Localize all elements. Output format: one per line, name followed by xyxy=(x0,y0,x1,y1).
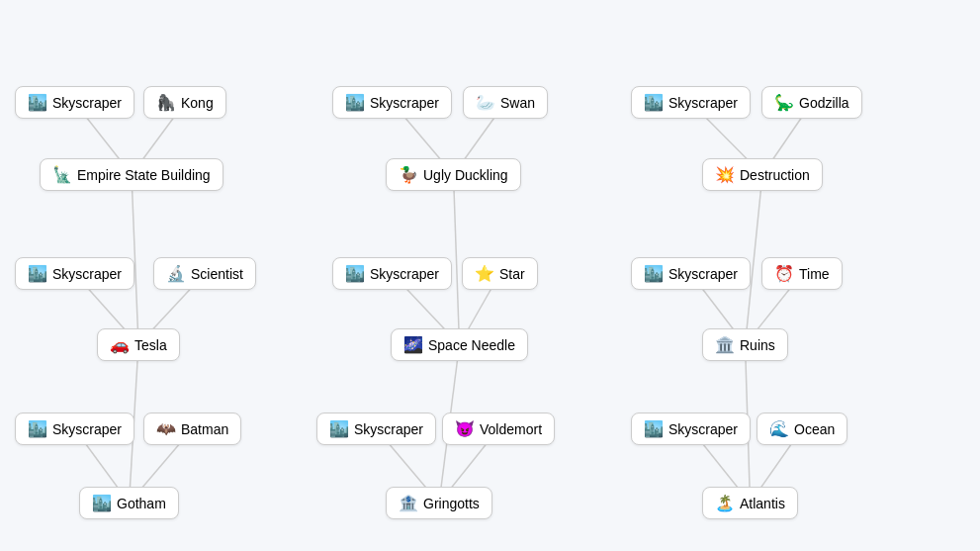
node-n11[interactable]: 🦢Swan xyxy=(463,86,548,119)
node-n10[interactable]: 🏙️Skyscraper xyxy=(332,86,452,119)
node-emoji-n15: 🌌 xyxy=(403,335,423,354)
node-emoji-n13: 🏙️ xyxy=(345,264,365,283)
node-emoji-n26: 🌊 xyxy=(769,419,789,438)
node-n14[interactable]: ⭐Star xyxy=(462,257,538,290)
node-n27[interactable]: 🏝️Atlantis xyxy=(702,487,798,519)
node-n16[interactable]: 🏙️Skyscraper xyxy=(316,413,436,445)
header xyxy=(0,0,980,12)
node-n8[interactable]: 🦇Batman xyxy=(143,413,241,445)
node-n3[interactable]: 🗽Empire State Building xyxy=(40,158,223,191)
node-n17[interactable]: 😈Voldemort xyxy=(442,413,555,445)
node-emoji-n9: 🏙️ xyxy=(92,494,112,512)
node-emoji-n10: 🏙️ xyxy=(345,93,365,112)
node-label-n15: Space Needle xyxy=(428,337,515,353)
node-label-n13: Skyscraper xyxy=(370,266,439,282)
node-label-n19: Skyscraper xyxy=(668,95,738,111)
node-label-n9: Gotham xyxy=(117,496,166,511)
node-emoji-n16: 🏙️ xyxy=(329,419,349,438)
node-label-n5: Scientist xyxy=(191,266,243,282)
node-emoji-n2: 🦍 xyxy=(156,93,176,112)
node-label-n14: Star xyxy=(499,266,525,282)
node-emoji-n6: 🚗 xyxy=(110,335,130,354)
node-emoji-n20: 🦕 xyxy=(774,93,794,112)
node-n24[interactable]: 🏛️Ruins xyxy=(702,328,788,361)
node-n18[interactable]: 🏦Gringotts xyxy=(386,487,492,519)
node-label-n25: Skyscraper xyxy=(668,421,738,437)
node-n9[interactable]: 🏙️Gotham xyxy=(79,487,179,519)
node-n5[interactable]: 🔬Scientist xyxy=(153,257,256,290)
node-label-n7: Skyscraper xyxy=(52,421,122,437)
node-n2[interactable]: 🦍Kong xyxy=(143,86,226,119)
node-label-n11: Swan xyxy=(500,95,535,111)
node-label-n18: Gringotts xyxy=(423,496,480,511)
node-emoji-n19: 🏙️ xyxy=(644,93,664,112)
node-label-n2: Kong xyxy=(181,95,214,111)
node-label-n12: Ugly Duckling xyxy=(423,167,508,183)
node-emoji-n24: 🏛️ xyxy=(715,335,735,354)
node-n4[interactable]: 🏙️Skyscraper xyxy=(15,257,134,290)
node-label-n4: Skyscraper xyxy=(52,266,122,282)
node-emoji-n27: 🏝️ xyxy=(715,494,735,512)
node-n12[interactable]: 🦆Ugly Duckling xyxy=(386,158,521,191)
node-label-n20: Godzilla xyxy=(799,95,849,111)
node-emoji-n22: 🏙️ xyxy=(644,264,664,283)
node-n26[interactable]: 🌊Ocean xyxy=(757,413,847,445)
node-n15[interactable]: 🌌Space Needle xyxy=(391,328,528,361)
node-emoji-n14: ⭐ xyxy=(475,264,494,283)
node-emoji-n7: 🏙️ xyxy=(28,419,47,438)
node-emoji-n3: 🗽 xyxy=(52,165,72,184)
node-label-n23: Time xyxy=(799,266,830,282)
node-n7[interactable]: 🏙️Skyscraper xyxy=(15,413,134,445)
node-n1[interactable]: 🏙️Skyscraper xyxy=(15,86,134,119)
node-emoji-n23: ⏰ xyxy=(774,264,794,283)
node-emoji-n1: 🏙️ xyxy=(28,93,47,112)
node-label-n16: Skyscraper xyxy=(354,421,423,437)
node-n25[interactable]: 🏙️Skyscraper xyxy=(631,413,751,445)
connection-n12-n15 xyxy=(454,175,460,345)
node-label-n22: Skyscraper xyxy=(668,266,738,282)
node-n6[interactable]: 🚗Tesla xyxy=(97,328,180,361)
node-n23[interactable]: ⏰Time xyxy=(761,257,843,290)
node-emoji-n12: 🦆 xyxy=(399,165,418,184)
node-emoji-n5: 🔬 xyxy=(166,264,186,283)
node-label-n1: Skyscraper xyxy=(52,95,122,111)
node-label-n6: Tesla xyxy=(134,337,167,353)
node-n19[interactable]: 🏙️Skyscraper xyxy=(631,86,751,119)
node-n13[interactable]: 🏙️Skyscraper xyxy=(332,257,452,290)
node-label-n3: Empire State Building xyxy=(77,167,211,183)
node-label-n10: Skyscraper xyxy=(370,95,439,111)
node-emoji-n11: 🦢 xyxy=(476,93,495,112)
node-n21[interactable]: 💥Destruction xyxy=(702,158,823,191)
node-emoji-n25: 🏙️ xyxy=(644,419,664,438)
node-n20[interactable]: 🦕Godzilla xyxy=(761,86,862,119)
node-n22[interactable]: 🏙️Skyscraper xyxy=(631,257,751,290)
node-emoji-n21: 💥 xyxy=(715,165,735,184)
node-label-n26: Ocean xyxy=(794,421,835,437)
node-emoji-n8: 🦇 xyxy=(156,419,176,438)
node-emoji-n17: 😈 xyxy=(455,419,475,438)
node-emoji-n18: 🏦 xyxy=(399,494,418,512)
node-emoji-n4: 🏙️ xyxy=(28,264,47,283)
node-label-n17: Voldemort xyxy=(480,421,542,437)
node-label-n21: Destruction xyxy=(740,167,810,183)
node-label-n27: Atlantis xyxy=(740,496,785,511)
canvas: 🏙️Skyscraper🦍Kong🗽Empire State Building🏙… xyxy=(0,12,980,497)
node-label-n8: Batman xyxy=(181,421,228,437)
node-label-n24: Ruins xyxy=(740,337,775,353)
